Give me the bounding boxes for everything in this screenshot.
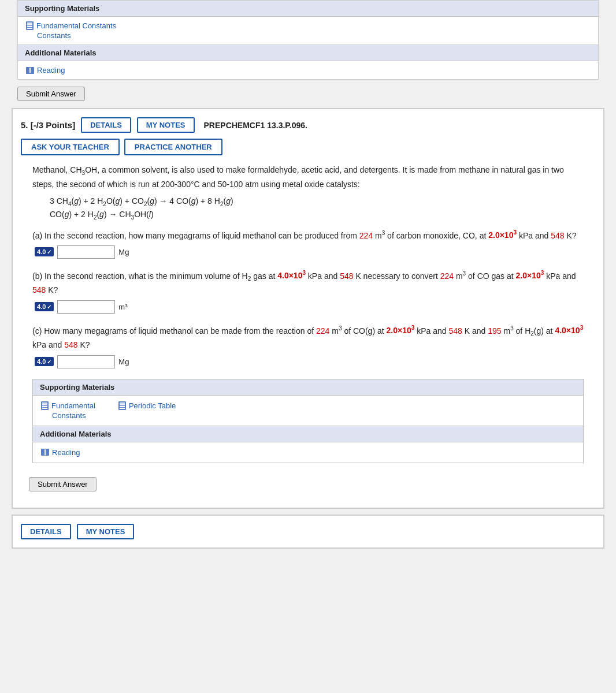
prev-submit-button[interactable]: Submit Answer <box>17 87 85 101</box>
submit-button[interactable]: Submit Answer <box>29 477 97 491</box>
periodic-table-link[interactable]: Periodic Table <box>118 401 176 410</box>
part-c-answer-row: 4.0 ✓ Mg <box>35 355 584 368</box>
periodic-table-label: Periodic Table <box>129 401 176 410</box>
part-c-badge: 4.0 ✓ <box>35 357 54 366</box>
fund-constants-line1: Fundamental <box>51 401 95 410</box>
question-number: 5. [-/3 Points] <box>21 120 75 130</box>
prev-reading-link[interactable]: Reading <box>26 66 65 74</box>
part-c-text: (c) How many megagrams of liquid methano… <box>32 324 584 352</box>
reaction-block: 3 CH4(g) + 2 H2O(g) + CO2(g) → 4 CO(g) +… <box>50 196 584 221</box>
question-header: 5. [-/3 Points] DETAILS MY NOTES PREPCHE… <box>21 117 595 133</box>
supporting-body: Fundamental Constants Periodic Table <box>33 396 583 426</box>
additional-header: Additional Materials <box>33 426 583 442</box>
prev-additional-header: Additional Materials <box>18 45 598 61</box>
part-b-unit: m³ <box>118 303 127 311</box>
part-a-text: (a) In the second reaction, how many meg… <box>32 229 584 242</box>
action-buttons: ASK YOUR TEACHER PRACTICE ANOTHER <box>21 139 595 155</box>
part-a-answer-row: 4.0 ✓ Mg <box>35 245 584 259</box>
reaction-1: 3 CH4(g) + 2 H2O(g) + CO2(g) → 4 CO(g) +… <box>50 196 584 207</box>
prev-supporting-header: Supporting Materials <box>18 1 598 17</box>
part-b-answer-row: 4.0 ✓ m³ <box>35 300 584 314</box>
check-icon: ✓ <box>47 249 51 255</box>
next-details-button[interactable]: DETAILS <box>21 524 71 539</box>
prev-fund-constants-label: Fundamental Constants <box>36 21 116 30</box>
question-5-section: 5. [-/3 Points] DETAILS MY NOTES PREPCHE… <box>12 108 604 509</box>
part-a-input[interactable] <box>57 245 115 259</box>
fund-constants-link[interactable]: Fundamental <box>41 401 95 410</box>
next-my-notes-button[interactable]: MY NOTES <box>77 524 135 539</box>
intro-text: Methanol, CH3OH, a common solvent, is al… <box>32 163 584 191</box>
next-question-section: DETAILS MY NOTES <box>12 515 604 549</box>
book-icon-2 <box>41 449 49 456</box>
part-a-badge: 4.0 ✓ <box>35 247 54 256</box>
part-a-unit: Mg <box>118 248 129 256</box>
additional-body: Reading <box>33 442 583 463</box>
book-icon <box>26 67 34 74</box>
prev-fund-constants-label2: Constants <box>37 31 116 40</box>
supporting-materials-section: Supporting Materials Fundamental Constan… <box>32 379 584 426</box>
part-c-input[interactable] <box>57 355 115 368</box>
reading-link[interactable]: Reading <box>41 448 575 457</box>
question-body: Methanol, CH3OH, a common solvent, is al… <box>32 163 584 463</box>
problem-id: PREPCHEMCF1 13.3.P.096. <box>204 121 308 130</box>
part-c: (c) How many megagrams of liquid methano… <box>32 324 584 368</box>
practice-another-button[interactable]: PRACTICE ANOTHER <box>124 139 222 155</box>
part-c-unit: Mg <box>118 357 129 366</box>
part-b-input[interactable] <box>57 300 115 314</box>
prev-fund-constants-link[interactable]: Fundamental Constants <box>26 21 116 30</box>
document-icon <box>26 21 34 30</box>
next-question-header: DETAILS MY NOTES <box>21 524 595 539</box>
fund-constants-line2: Constants <box>52 411 95 420</box>
my-notes-button[interactable]: MY NOTES <box>137 117 195 133</box>
periodic-table-group: Periodic Table <box>118 401 176 420</box>
details-button[interactable]: DETAILS <box>81 117 131 133</box>
doc-icon <box>41 401 49 410</box>
doc-icon-2 <box>118 401 126 410</box>
check-icon-c: ✓ <box>47 359 51 365</box>
reaction-2: CO(g) + 2 H2(g) → CH3OH(l) <box>50 210 584 221</box>
submit-row-bottom: Submit Answer <box>21 471 595 500</box>
part-a: (a) In the second reaction, how many meg… <box>32 229 584 259</box>
check-icon-b: ✓ <box>47 304 51 310</box>
fund-constants-group: Fundamental Constants <box>41 401 95 420</box>
part-b-text: (b) In the second reaction, what is the … <box>32 269 584 297</box>
prev-reading-label: Reading <box>37 66 65 74</box>
reading-label: Reading <box>52 448 80 457</box>
part-b: (b) In the second reaction, what is the … <box>32 269 584 314</box>
supporting-header: Supporting Materials <box>33 379 583 396</box>
additional-materials-section: Additional Materials Reading <box>32 426 584 463</box>
part-b-badge: 4.0 ✓ <box>35 302 54 311</box>
ask-teacher-button[interactable]: ASK YOUR TEACHER <box>21 139 120 155</box>
